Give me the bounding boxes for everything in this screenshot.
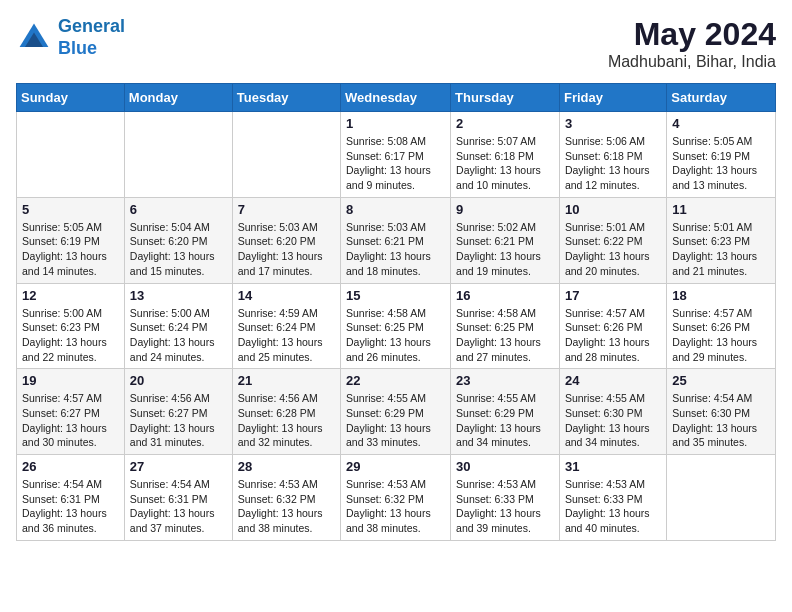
calendar-cell	[17, 112, 125, 198]
day-info: Sunrise: 5:03 AM Sunset: 6:21 PM Dayligh…	[346, 220, 445, 279]
day-info: Sunrise: 5:05 AM Sunset: 6:19 PM Dayligh…	[672, 134, 770, 193]
logo-general: General	[58, 16, 125, 36]
day-number: 29	[346, 459, 445, 474]
day-number: 26	[22, 459, 119, 474]
day-info: Sunrise: 4:59 AM Sunset: 6:24 PM Dayligh…	[238, 306, 335, 365]
calendar-cell: 10Sunrise: 5:01 AM Sunset: 6:22 PM Dayli…	[559, 197, 666, 283]
title-block: May 2024 Madhubani, Bihar, India	[608, 16, 776, 71]
header-wednesday: Wednesday	[341, 84, 451, 112]
header-tuesday: Tuesday	[232, 84, 340, 112]
calendar-cell: 27Sunrise: 4:54 AM Sunset: 6:31 PM Dayli…	[124, 455, 232, 541]
day-info: Sunrise: 5:05 AM Sunset: 6:19 PM Dayligh…	[22, 220, 119, 279]
calendar-title: May 2024	[608, 16, 776, 53]
calendar-cell: 26Sunrise: 4:54 AM Sunset: 6:31 PM Dayli…	[17, 455, 125, 541]
day-number: 28	[238, 459, 335, 474]
calendar-cell: 23Sunrise: 4:55 AM Sunset: 6:29 PM Dayli…	[451, 369, 560, 455]
day-number: 16	[456, 288, 554, 303]
calendar-cell: 9Sunrise: 5:02 AM Sunset: 6:21 PM Daylig…	[451, 197, 560, 283]
day-info: Sunrise: 5:00 AM Sunset: 6:24 PM Dayligh…	[130, 306, 227, 365]
calendar-cell: 1Sunrise: 5:08 AM Sunset: 6:17 PM Daylig…	[341, 112, 451, 198]
day-number: 14	[238, 288, 335, 303]
calendar-cell: 20Sunrise: 4:56 AM Sunset: 6:27 PM Dayli…	[124, 369, 232, 455]
day-number: 12	[22, 288, 119, 303]
calendar-week-2: 5Sunrise: 5:05 AM Sunset: 6:19 PM Daylig…	[17, 197, 776, 283]
calendar-cell: 25Sunrise: 4:54 AM Sunset: 6:30 PM Dayli…	[667, 369, 776, 455]
calendar-cell: 18Sunrise: 4:57 AM Sunset: 6:26 PM Dayli…	[667, 283, 776, 369]
day-number: 19	[22, 373, 119, 388]
day-number: 3	[565, 116, 661, 131]
calendar-cell: 19Sunrise: 4:57 AM Sunset: 6:27 PM Dayli…	[17, 369, 125, 455]
calendar-cell: 30Sunrise: 4:53 AM Sunset: 6:33 PM Dayli…	[451, 455, 560, 541]
day-number: 24	[565, 373, 661, 388]
day-number: 22	[346, 373, 445, 388]
day-info: Sunrise: 4:54 AM Sunset: 6:31 PM Dayligh…	[22, 477, 119, 536]
day-info: Sunrise: 4:55 AM Sunset: 6:30 PM Dayligh…	[565, 391, 661, 450]
day-info: Sunrise: 4:55 AM Sunset: 6:29 PM Dayligh…	[456, 391, 554, 450]
day-info: Sunrise: 4:55 AM Sunset: 6:29 PM Dayligh…	[346, 391, 445, 450]
day-info: Sunrise: 4:53 AM Sunset: 6:32 PM Dayligh…	[346, 477, 445, 536]
day-number: 1	[346, 116, 445, 131]
calendar-cell: 28Sunrise: 4:53 AM Sunset: 6:32 PM Dayli…	[232, 455, 340, 541]
day-info: Sunrise: 4:56 AM Sunset: 6:28 PM Dayligh…	[238, 391, 335, 450]
calendar-cell: 16Sunrise: 4:58 AM Sunset: 6:25 PM Dayli…	[451, 283, 560, 369]
day-number: 30	[456, 459, 554, 474]
day-info: Sunrise: 4:56 AM Sunset: 6:27 PM Dayligh…	[130, 391, 227, 450]
day-info: Sunrise: 5:03 AM Sunset: 6:20 PM Dayligh…	[238, 220, 335, 279]
day-number: 27	[130, 459, 227, 474]
day-number: 13	[130, 288, 227, 303]
header-saturday: Saturday	[667, 84, 776, 112]
logo-text: General Blue	[58, 16, 125, 59]
calendar-cell: 2Sunrise: 5:07 AM Sunset: 6:18 PM Daylig…	[451, 112, 560, 198]
header-monday: Monday	[124, 84, 232, 112]
day-info: Sunrise: 4:57 AM Sunset: 6:27 PM Dayligh…	[22, 391, 119, 450]
day-number: 5	[22, 202, 119, 217]
header-thursday: Thursday	[451, 84, 560, 112]
day-info: Sunrise: 4:58 AM Sunset: 6:25 PM Dayligh…	[346, 306, 445, 365]
day-info: Sunrise: 5:00 AM Sunset: 6:23 PM Dayligh…	[22, 306, 119, 365]
day-number: 2	[456, 116, 554, 131]
day-number: 23	[456, 373, 554, 388]
day-info: Sunrise: 4:57 AM Sunset: 6:26 PM Dayligh…	[565, 306, 661, 365]
calendar-cell: 6Sunrise: 5:04 AM Sunset: 6:20 PM Daylig…	[124, 197, 232, 283]
calendar-week-1: 1Sunrise: 5:08 AM Sunset: 6:17 PM Daylig…	[17, 112, 776, 198]
day-number: 17	[565, 288, 661, 303]
day-info: Sunrise: 4:57 AM Sunset: 6:26 PM Dayligh…	[672, 306, 770, 365]
calendar-cell: 11Sunrise: 5:01 AM Sunset: 6:23 PM Dayli…	[667, 197, 776, 283]
calendar-cell: 24Sunrise: 4:55 AM Sunset: 6:30 PM Dayli…	[559, 369, 666, 455]
day-info: Sunrise: 5:07 AM Sunset: 6:18 PM Dayligh…	[456, 134, 554, 193]
day-info: Sunrise: 4:53 AM Sunset: 6:33 PM Dayligh…	[565, 477, 661, 536]
day-number: 31	[565, 459, 661, 474]
day-info: Sunrise: 5:08 AM Sunset: 6:17 PM Dayligh…	[346, 134, 445, 193]
calendar-subtitle: Madhubani, Bihar, India	[608, 53, 776, 71]
day-number: 15	[346, 288, 445, 303]
calendar-cell: 3Sunrise: 5:06 AM Sunset: 6:18 PM Daylig…	[559, 112, 666, 198]
calendar-cell: 5Sunrise: 5:05 AM Sunset: 6:19 PM Daylig…	[17, 197, 125, 283]
day-info: Sunrise: 5:06 AM Sunset: 6:18 PM Dayligh…	[565, 134, 661, 193]
calendar-cell: 13Sunrise: 5:00 AM Sunset: 6:24 PM Dayli…	[124, 283, 232, 369]
logo-icon	[16, 20, 52, 56]
day-number: 4	[672, 116, 770, 131]
day-number: 7	[238, 202, 335, 217]
calendar-cell: 12Sunrise: 5:00 AM Sunset: 6:23 PM Dayli…	[17, 283, 125, 369]
day-info: Sunrise: 5:04 AM Sunset: 6:20 PM Dayligh…	[130, 220, 227, 279]
day-info: Sunrise: 4:54 AM Sunset: 6:30 PM Dayligh…	[672, 391, 770, 450]
day-number: 9	[456, 202, 554, 217]
day-number: 11	[672, 202, 770, 217]
day-number: 21	[238, 373, 335, 388]
day-number: 25	[672, 373, 770, 388]
calendar-cell: 15Sunrise: 4:58 AM Sunset: 6:25 PM Dayli…	[341, 283, 451, 369]
day-info: Sunrise: 5:01 AM Sunset: 6:22 PM Dayligh…	[565, 220, 661, 279]
day-number: 20	[130, 373, 227, 388]
day-info: Sunrise: 5:01 AM Sunset: 6:23 PM Dayligh…	[672, 220, 770, 279]
day-number: 6	[130, 202, 227, 217]
day-info: Sunrise: 4:58 AM Sunset: 6:25 PM Dayligh…	[456, 306, 554, 365]
day-info: Sunrise: 4:53 AM Sunset: 6:33 PM Dayligh…	[456, 477, 554, 536]
logo-blue: Blue	[58, 38, 97, 58]
day-info: Sunrise: 4:53 AM Sunset: 6:32 PM Dayligh…	[238, 477, 335, 536]
calendar-cell: 4Sunrise: 5:05 AM Sunset: 6:19 PM Daylig…	[667, 112, 776, 198]
calendar-week-4: 19Sunrise: 4:57 AM Sunset: 6:27 PM Dayli…	[17, 369, 776, 455]
calendar-cell: 8Sunrise: 5:03 AM Sunset: 6:21 PM Daylig…	[341, 197, 451, 283]
day-number: 10	[565, 202, 661, 217]
calendar-cell: 21Sunrise: 4:56 AM Sunset: 6:28 PM Dayli…	[232, 369, 340, 455]
page-header: General Blue May 2024 Madhubani, Bihar, …	[16, 16, 776, 71]
